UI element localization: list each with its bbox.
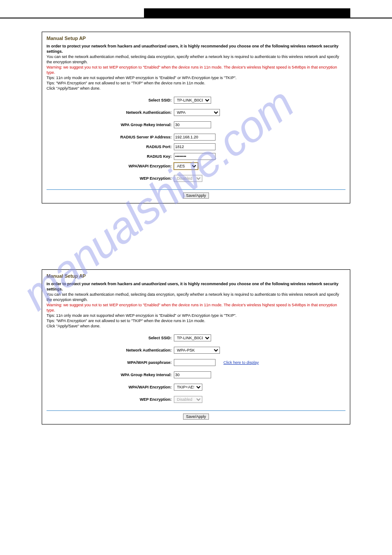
label-auth: Network Authentication: <box>47 110 174 115</box>
warning-text: Warning: we suggest you not to set WEP e… <box>47 302 345 313</box>
label-rekey: WPA Group Rekey Interval: <box>47 373 174 377</box>
done-text: Click "Apply/Save" when done. <box>47 323 345 329</box>
label-auth: Network Authentication: <box>47 348 174 352</box>
panel-wpa: Manual Setup AP In order to protect your… <box>42 32 350 203</box>
tip2-text: Tips: "WPA Encryption" are not allowed t… <box>47 318 345 323</box>
label-passphrase: WPA/WAPI passphrase: <box>47 360 174 365</box>
label-wpa-enc: WPA/WAPI Encryption: <box>47 385 174 389</box>
select-ssid[interactable]: TP-LINK_B0CD <box>174 334 211 341</box>
tip1-text: Tips: 11n only mode are not supported wh… <box>47 313 345 318</box>
panel-title: Manual Setup AP <box>47 36 345 41</box>
done-text: Click "Apply/Save" when done. <box>47 86 345 91</box>
panel-wpa-psk: Manual Setup AP In order to protect your… <box>42 269 350 424</box>
display-passphrase-link[interactable]: Click here to display <box>223 360 259 365</box>
input-rekey[interactable] <box>174 371 211 378</box>
label-radius-ip: RADIUS Server IP Address: <box>47 135 174 139</box>
tip2-text: Tips: "WPA Encryption" are not allowed t… <box>47 80 345 86</box>
warning-text: Warning: we suggest you not to set WEP e… <box>47 65 345 75</box>
select-wep: Disabled <box>174 396 202 403</box>
select-wpa-enc[interactable]: TKIP+AES <box>174 384 202 391</box>
select-auth[interactable]: WPA-PSK <box>174 347 220 354</box>
select-wpa-enc[interactable]: AES <box>174 163 198 170</box>
label-ssid: Select SSID: <box>47 336 174 340</box>
label-radius-key: RADIUS Key: <box>47 154 174 159</box>
select-wep: Disabled <box>174 175 202 182</box>
label-wep: WEP Encryption: <box>47 397 174 402</box>
intro-text: In order to protect your network from ha… <box>47 281 345 292</box>
input-radius-key[interactable] <box>174 153 216 160</box>
input-radius-ip[interactable] <box>174 134 216 141</box>
input-rekey[interactable] <box>174 121 211 128</box>
select-ssid[interactable]: TP-LINK_B0CD <box>174 97 211 104</box>
desc-text: You can set the network authentication m… <box>47 54 345 65</box>
label-ssid: Select SSID: <box>47 98 174 102</box>
tip1-text: Tips: 11n only mode are not supported wh… <box>47 75 345 80</box>
divider <box>47 410 345 411</box>
label-wpa-enc: WPA/WAPI Encryption: <box>47 164 174 168</box>
label-radius-port: RADIUS Port: <box>47 145 174 149</box>
intro-text: In order to protect your network from ha… <box>47 44 345 54</box>
input-radius-port[interactable] <box>174 143 216 150</box>
panel-title: Manual Setup AP <box>47 273 345 279</box>
select-auth[interactable]: WPA <box>174 109 220 116</box>
save-button[interactable]: Save/Apply <box>183 414 209 420</box>
label-wep: WEP Encryption: <box>47 176 174 181</box>
header-black-block <box>144 8 350 18</box>
input-passphrase[interactable] <box>174 359 216 366</box>
desc-text: You can set the network authentication m… <box>47 292 345 302</box>
label-rekey: WPA Group Rekey Interval: <box>47 123 174 127</box>
save-button[interactable]: Save/Apply <box>183 192 209 199</box>
divider <box>47 189 345 190</box>
